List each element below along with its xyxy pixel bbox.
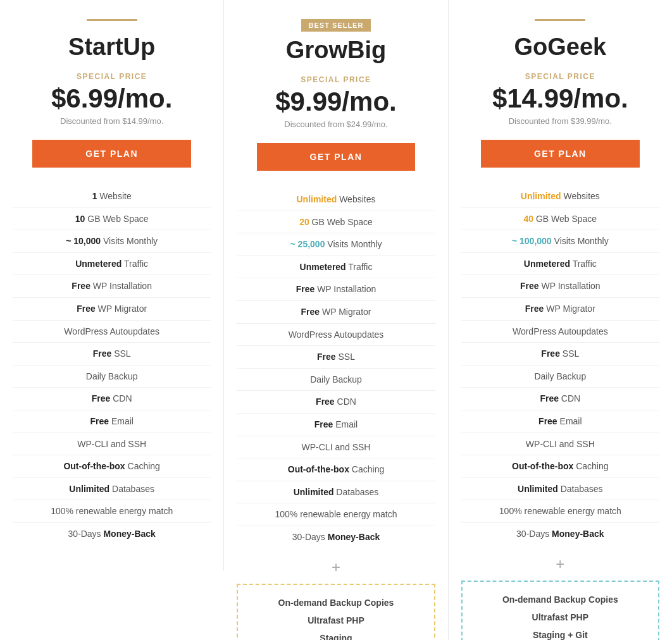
feature-item: ~ 25,000 Visits Monthly <box>237 233 435 256</box>
extra-item: Ultrafast PHP <box>469 608 652 626</box>
feature-item: 30-Days Money-Back <box>461 523 659 545</box>
plan-discounted-price: Discounted from $14.99/mo. <box>13 116 211 126</box>
features-list: Unlimited Websites20 GB Web Space~ 25,00… <box>237 188 435 548</box>
plan-name: GoGeek <box>461 34 659 61</box>
get-plan-button-growbig[interactable]: GET PLAN <box>257 143 416 171</box>
feature-item: Free CDN <box>13 388 211 410</box>
special-price-label: SPECIAL PRICE <box>237 75 435 84</box>
extra-item: Staging <box>244 629 427 641</box>
plan-price: $6.99/mo. <box>13 83 211 114</box>
feature-item: ~ 100,000 Visits Monthly <box>461 230 659 253</box>
extra-item: Staging + Git <box>469 626 652 641</box>
feature-item: Free SSL <box>13 343 211 366</box>
feature-item: Free CDN <box>461 388 659 410</box>
get-plan-button-gogeek[interactable]: GET PLAN <box>481 140 640 168</box>
features-list: 1 Website10 GB Web Space~ 10,000 Visits … <box>13 185 211 545</box>
feature-item: Free SSL <box>461 343 659 366</box>
feature-item: 30-Days Money-Back <box>237 526 435 548</box>
extras-list: On-demand Backup CopiesUltrafast PHPStag… <box>244 594 427 641</box>
plus-separator: + <box>237 558 435 576</box>
plan-price: $9.99/mo. <box>237 87 435 117</box>
plan-gogeek: GoGeekSPECIAL PRICE$14.99/mo.Discounted … <box>449 0 672 640</box>
plan-price: $14.99/mo. <box>461 83 659 114</box>
feature-item: Free WP Migrator <box>237 301 435 324</box>
features-list: Unlimited Websites40 GB Web Space~ 100,0… <box>461 185 659 545</box>
feature-item: Daily Backup <box>237 369 435 391</box>
feature-item: Daily Backup <box>461 366 659 388</box>
feature-item: 20 GB Web Space <box>237 211 435 234</box>
feature-item: Unlimited Databases <box>13 478 211 501</box>
feature-item: Unlimited Databases <box>461 478 659 501</box>
feature-item: Free WP Installation <box>237 278 435 301</box>
feature-item: Unlimited Databases <box>237 481 435 504</box>
feature-item: 100% renewable energy match <box>237 503 435 526</box>
feature-item: ~ 10,000 Visits Monthly <box>13 230 211 253</box>
special-price-label: SPECIAL PRICE <box>461 72 659 81</box>
feature-item: Out-of-the-box Caching <box>237 458 435 481</box>
plan-name: GrowBig <box>237 37 435 64</box>
feature-item: Free Email <box>13 410 211 433</box>
extras-box: On-demand Backup CopiesUltrafast PHPStag… <box>461 581 659 641</box>
feature-item: WP-CLI and SSH <box>237 436 435 459</box>
plan-discounted-price: Discounted from $24.99/mo. <box>237 120 435 129</box>
feature-item: Free WP Installation <box>461 275 659 298</box>
feature-item: Free Email <box>237 414 435 436</box>
extras-box: On-demand Backup CopiesUltrafast PHPStag… <box>237 584 435 641</box>
feature-item: Free CDN <box>237 391 435 414</box>
feature-item: Unlimited Websites <box>237 188 435 211</box>
feature-item: Daily Backup <box>13 366 211 388</box>
feature-item: 100% renewable energy match <box>13 500 211 523</box>
feature-item: Free Email <box>461 410 659 433</box>
feature-item: Free WP Migrator <box>13 298 211 321</box>
extra-item: On-demand Backup Copies <box>469 591 652 608</box>
feature-item: WordPress Autoupdates <box>13 321 211 343</box>
pricing-container: StartUpSPECIAL PRICE$6.99/mo.Discounted … <box>0 0 672 640</box>
feature-item: 30-Days Money-Back <box>13 523 211 545</box>
feature-item: Free WP Installation <box>13 275 211 298</box>
plan-discounted-price: Discounted from $39.99/mo. <box>461 116 659 126</box>
get-plan-button-startup[interactable]: GET PLAN <box>32 140 191 168</box>
feature-item: WordPress Autoupdates <box>461 321 659 343</box>
feature-item: Free WP Migrator <box>461 298 659 321</box>
plan-startup: StartUpSPECIAL PRICE$6.99/mo.Discounted … <box>0 0 224 570</box>
accent-line <box>535 19 585 21</box>
best-seller-badge: BEST SELLER <box>301 19 371 32</box>
feature-item: 10 GB Web Space <box>13 208 211 231</box>
feature-item: 1 Website <box>13 185 211 208</box>
accent-line <box>87 19 137 21</box>
special-price-label: SPECIAL PRICE <box>13 72 211 81</box>
feature-item: Out-of-the-box Caching <box>461 455 659 478</box>
plus-separator: + <box>461 555 659 573</box>
extras-list: On-demand Backup CopiesUltrafast PHPStag… <box>469 591 652 641</box>
feature-item: Unlimited Websites <box>461 185 659 208</box>
feature-item: Unmetered Traffic <box>237 256 435 279</box>
feature-item: 40 GB Web Space <box>461 208 659 231</box>
feature-item: Out-of-the-box Caching <box>13 455 211 478</box>
feature-item: 100% renewable energy match <box>461 500 659 523</box>
feature-item: Unmetered Traffic <box>13 253 211 276</box>
feature-item: WP-CLI and SSH <box>13 433 211 456</box>
extra-item: On-demand Backup Copies <box>244 594 427 612</box>
extra-item: Ultrafast PHP <box>244 612 427 629</box>
plan-growbig: BEST SELLERGrowBigSPECIAL PRICE$9.99/mo.… <box>224 0 448 640</box>
feature-item: WP-CLI and SSH <box>461 433 659 456</box>
feature-item: WordPress Autoupdates <box>237 324 435 347</box>
plan-name: StartUp <box>13 34 211 61</box>
feature-item: Free SSL <box>237 346 435 369</box>
feature-item: Unmetered Traffic <box>461 253 659 276</box>
